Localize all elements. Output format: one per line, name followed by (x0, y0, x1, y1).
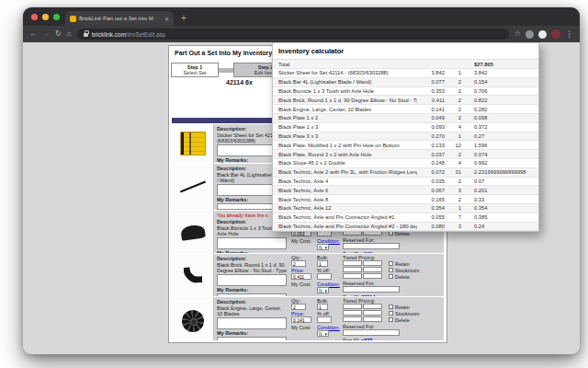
condition-value: N (319, 288, 322, 293)
part-id-label: Part ID: (343, 294, 360, 296)
calculator-row: Black Engine, Large, Center, 10 Blades 0… (273, 104, 538, 113)
bulk-input[interactable] (317, 260, 328, 267)
tier-price-input[interactable] (363, 316, 382, 322)
browser-tab[interactable]: BrickLink Part out a Set into M ✕ (65, 11, 174, 26)
condition-select[interactable]: N ▾ (317, 330, 329, 337)
calc-unit-price: 0.080 (417, 224, 448, 229)
calc-qty: 2 (448, 115, 469, 121)
delete-checkbox[interactable] (389, 274, 393, 279)
stockroom-label: Stockroom (395, 311, 419, 316)
tier-price-input[interactable] (363, 310, 382, 316)
stockroom-label: Stockroom (395, 268, 419, 273)
extension-icon[interactable] (526, 30, 534, 39)
chevron-down-icon: ▾ (324, 245, 327, 250)
browser-menu-icon[interactable]: ⋮ (565, 30, 573, 39)
calc-unit-price: 0.093 (417, 124, 448, 130)
pct-off-input[interactable] (317, 273, 332, 280)
calc-line-total: 0.24 (469, 224, 538, 229)
description-box[interactable] (217, 317, 287, 329)
calc-line-total: 0.706 (469, 88, 538, 94)
retain-checkbox[interactable] (389, 261, 393, 266)
bulk-input[interactable] (317, 304, 328, 310)
calc-qty: 12 (448, 143, 469, 148)
tier-price-input[interactable] (363, 304, 382, 309)
back-icon[interactable]: ← (29, 30, 37, 38)
part-id-link[interactable]: x377 (361, 338, 372, 340)
calc-line-total: 0.385 (469, 214, 538, 220)
retain-checkbox[interactable] (389, 305, 393, 309)
forward-icon[interactable]: → (42, 30, 50, 38)
reserved-for-input[interactable] (343, 243, 400, 249)
tier-qty-input[interactable] (343, 260, 362, 266)
price-input[interactable] (291, 316, 311, 323)
calc-part-name: Black Plate, Round 2 x 2 with Axle Hole (273, 152, 417, 157)
tier-price-input[interactable] (363, 267, 382, 272)
close-window-button[interactable] (31, 14, 38, 20)
tier-qty-input[interactable] (343, 310, 362, 316)
remarks-input[interactable] (217, 337, 287, 340)
bookmark-star-icon[interactable]: ☆ (514, 30, 521, 38)
qty-input[interactable] (291, 304, 306, 310)
item-checkboxes: Retain Stockroom Delete (389, 304, 419, 323)
calc-unit-price: 0.165 (417, 197, 448, 202)
item-description-cell: Description: Black Engine, Large, Center… (214, 297, 289, 340)
calculator-row: Black Plate, Modified 1 x 2 with Pin Hol… (273, 140, 538, 149)
part-id-link[interactable]: x346 (361, 251, 372, 253)
home-icon[interactable]: ⌂ (67, 30, 72, 38)
tier-price-input[interactable] (363, 260, 382, 266)
new-tab-button[interactable]: + (181, 11, 187, 26)
url-text: bricklink.com/invSetEdit.asp (92, 31, 166, 38)
description-text: Black Engine, Large, Center, 10 Blades (217, 305, 288, 316)
tier-qty-input[interactable] (343, 304, 362, 309)
delete-checkbox[interactable] (389, 317, 393, 322)
description-box[interactable] (217, 237, 287, 249)
qty-input[interactable] (291, 260, 306, 267)
calc-unit-price: 0.072 (417, 169, 448, 175)
tier-qty-input[interactable] (343, 273, 362, 279)
condition-select[interactable]: N ▾ (317, 244, 329, 250)
part-image (180, 224, 206, 240)
description-box[interactable] (217, 274, 287, 286)
reserved-for-input[interactable] (343, 286, 400, 293)
my-cost-label: My Cost: (291, 238, 311, 244)
calc-qty: 2 (448, 107, 469, 112)
address-bar[interactable]: bricklink.com/invSetEdit.asp (77, 29, 509, 40)
remarks-label: My Remarks: (217, 287, 288, 293)
tab-title: BrickLink Part out a Set into M (79, 16, 162, 21)
step-1-select-set: Step 1 Select Set (171, 63, 219, 77)
stockroom-checkbox[interactable] (389, 311, 393, 316)
tier-qty-input[interactable] (343, 316, 362, 322)
calculator-row: Black Technic, Axle 6 0.067 3 0.201 (273, 185, 538, 194)
part-image-cell (172, 164, 214, 210)
calculator-row: Black Plate, Round 2 x 2 with Axle Hole … (273, 149, 538, 158)
tier-price-input[interactable] (363, 273, 382, 279)
calc-unit-price: 0.353 (417, 88, 448, 94)
calc-unit-price: 0.133 (417, 143, 448, 148)
zoom-window-button[interactable] (53, 14, 60, 20)
remarks-input[interactable] (217, 293, 287, 296)
part-image-cell (172, 211, 214, 253)
calc-qty: 1 (448, 205, 469, 211)
calculator-row: Black Bionicle 1 x 3 Tooth with Axle Hol… (273, 86, 538, 96)
description-label: Description: (217, 299, 288, 305)
stockroom-checkbox[interactable] (389, 268, 393, 272)
item-fields-cell: Qty: Bulk: Tiered Pricing: (289, 254, 444, 296)
calc-part-name: Black Technic, Axle 8 (273, 197, 417, 202)
profile-avatar[interactable] (551, 29, 560, 39)
price-input[interactable] (291, 273, 311, 280)
calc-unit-price: 0.067 (417, 188, 448, 193)
condition-select[interactable]: N ▾ (317, 287, 329, 293)
part-id-link[interactable]: 22514 (361, 294, 375, 296)
tier-qty-input[interactable] (343, 267, 362, 272)
part-image (180, 132, 206, 155)
minimize-window-button[interactable] (42, 14, 49, 20)
extension-icon-2[interactable] (538, 30, 547, 39)
chevron-down-icon: ▾ (324, 331, 327, 337)
pct-off-input[interactable] (317, 316, 332, 323)
reserved-for-input[interactable] (343, 329, 400, 336)
reload-icon[interactable]: ↻ (55, 30, 62, 38)
tab-close-icon[interactable]: ✕ (164, 16, 169, 22)
calculator-row: Sticker Sheet for Set 42114 - (68303/630… (273, 68, 538, 77)
calculator-row: Black Plate 1 x 2 0.049 2 0.098 (273, 113, 538, 122)
calc-part-name: Black Plate 1 x 3 (273, 124, 417, 130)
